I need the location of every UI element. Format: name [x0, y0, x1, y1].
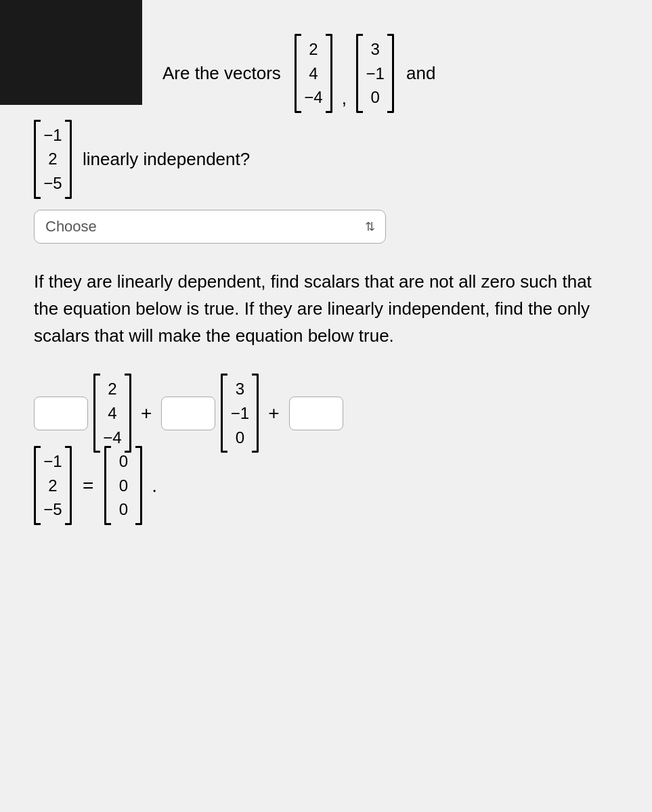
paragraph-text: If they are linearly dependent, find sca… [34, 271, 592, 346]
choose-wrapper: Choose Yes No ⇅ [34, 210, 386, 244]
are-the-vectors-label: Are the vectors [162, 63, 281, 84]
vector3: −1 2 −5 [34, 120, 72, 199]
black-rectangle [0, 0, 142, 105]
eq-v1-row1: 2 [103, 378, 122, 401]
bracket-left-v2 [356, 34, 363, 113]
v2-row2: −1 [366, 62, 385, 85]
zero-values: 0 0 0 [114, 446, 133, 525]
bracket-right-v1 [326, 34, 332, 113]
zero-bracket-left [104, 446, 111, 525]
comma-1: , [342, 88, 347, 113]
page: Are the vectors 2 4 −4 , 3 −1 0 and [0, 0, 652, 812]
v2-row1: 3 [366, 38, 385, 61]
eq-bracket-left-v1 [93, 374, 100, 453]
eq-v1-row3: −4 [103, 426, 122, 449]
bottom-row: −1 2 −5 = 0 0 0 . [34, 446, 632, 525]
v1-row2: 4 [304, 62, 323, 85]
and-label: and [406, 63, 435, 84]
scalar-input-2[interactable] [161, 397, 215, 430]
eq-bracket-right-v3 [65, 446, 72, 525]
eq-bracket-left-v2 [221, 374, 227, 453]
v1-row3: −4 [304, 86, 323, 109]
eq-vector3-values: −1 2 −5 [43, 446, 62, 525]
vector1: 2 4 −4 [295, 34, 332, 113]
eq-vector3: −1 2 −5 [34, 446, 72, 525]
zero-row2: 0 [114, 474, 133, 497]
zero-vector: 0 0 0 [104, 446, 142, 525]
v3-row3: −5 [43, 172, 62, 195]
eq-bracket-left-v3 [34, 446, 41, 525]
scalar-input-1[interactable] [34, 397, 88, 430]
plus-sign-1: + [141, 403, 152, 424]
eq-vector2: 3 −1 0 [221, 374, 259, 453]
eq-v3-row3: −5 [43, 498, 62, 521]
vector2: 3 −1 0 [356, 34, 394, 113]
v3-row2: 2 [43, 148, 62, 171]
vector3-values: −1 2 −5 [43, 120, 62, 199]
eq-v3-row2: 2 [43, 474, 62, 497]
choose-section: Choose Yes No ⇅ [20, 210, 632, 244]
eq-v3-row1: −1 [43, 450, 62, 473]
bracket-right-v2 [387, 34, 394, 113]
zero-bracket-right [135, 446, 142, 525]
bracket-left-v3 [34, 120, 41, 199]
dot-sign: . [152, 475, 157, 497]
equation-top-row: 2 4 −4 + 3 −1 0 + [34, 374, 632, 453]
bracket-right-v3 [65, 120, 72, 199]
zero-row1: 0 [114, 450, 133, 473]
eq-bracket-right-v2 [252, 374, 259, 453]
eq-v1-row2: 4 [103, 402, 122, 425]
vector1-values: 2 4 −4 [304, 34, 323, 113]
eq-vector2-values: 3 −1 0 [230, 374, 249, 453]
second-section: −1 2 −5 linearly independent? [20, 120, 632, 199]
linearly-independent-label: linearly independent? [83, 149, 250, 170]
zero-row3: 0 [114, 498, 133, 521]
vector2-values: 3 −1 0 [366, 34, 385, 113]
eq-v2-row2: −1 [230, 402, 249, 425]
equation-section: 2 4 −4 + 3 −1 0 + [20, 374, 632, 525]
v1-row1: 2 [304, 38, 323, 61]
eq-v2-row1: 3 [230, 378, 249, 401]
eq-vector1-values: 2 4 −4 [103, 374, 122, 453]
bracket-left-v1 [295, 34, 301, 113]
v2-row3: 0 [366, 86, 385, 109]
plus-sign-2: + [268, 403, 279, 424]
eq-bracket-right-v1 [125, 374, 131, 453]
equals-sign: = [83, 475, 93, 497]
scalar-input-3[interactable] [289, 397, 343, 430]
eq-v2-row3: 0 [230, 426, 249, 449]
eq-vector1: 2 4 −4 [93, 374, 131, 453]
paragraph: If they are linearly dependent, find sca… [20, 268, 632, 350]
v3-row1: −1 [43, 124, 62, 147]
choose-select[interactable]: Choose Yes No [34, 210, 386, 244]
